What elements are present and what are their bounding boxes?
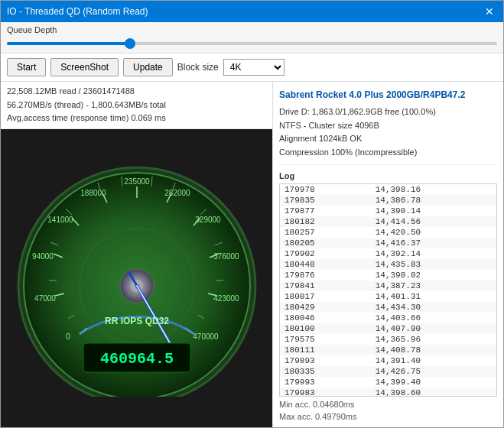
log-row: 17984114,387.23 xyxy=(280,280,496,291)
block-size-label: Block size xyxy=(177,62,219,73)
log-value: 14,365.96 xyxy=(371,334,496,345)
log-id: 179978 xyxy=(280,184,371,195)
drive-detail: Drive D: 1,863.0/1,862.9GB free (100.0%) xyxy=(279,105,497,119)
log-value: 14,390.02 xyxy=(371,270,496,280)
queue-depth-label: Queue Depth xyxy=(7,25,497,34)
log-id: 179841 xyxy=(280,280,371,291)
log-row: 18044814,435.83 xyxy=(280,259,496,270)
log-value: 14,414.56 xyxy=(371,216,496,227)
right-panel: Sabrent Rocket 4.0 Plus 2000GB/R4PB47.2 … xyxy=(272,82,503,427)
log-id: 180111 xyxy=(280,345,371,355)
log-value: 14,407.90 xyxy=(371,323,496,334)
svg-text:235000: 235000 xyxy=(124,177,150,186)
log-value: 14,398.16 xyxy=(371,184,496,195)
gauge-svg: 0 47000 94000 141000 188000 235000 xyxy=(11,160,263,397)
drive-title: Sabrent Rocket 4.0 Plus 2000GB/R4PB47.2 xyxy=(279,88,497,102)
log-row: 17989314,391.40 xyxy=(280,355,496,366)
log-value: 14,398.60 xyxy=(371,387,496,397)
max-acc: Max acc. 0.49790ms xyxy=(279,412,497,421)
log-id: 179893 xyxy=(280,355,371,366)
slider-thumb[interactable] xyxy=(125,38,135,49)
block-size-select[interactable]: 4K 512B 1K 2K 8K 16K 32K 64K 128K 256K 5… xyxy=(223,59,285,76)
log-row: 18011114,408.78 xyxy=(280,345,496,355)
speed-stat: 56.270MB/s (thread) - 1,800.643MB/s tota… xyxy=(7,99,266,112)
svg-text:188000: 188000 xyxy=(80,189,106,197)
main-area: 22,508.12MB read / 23601471488 56.270MB/… xyxy=(1,82,503,427)
read-mb-stat: 22,508.12MB read / 23601471488 xyxy=(7,85,266,99)
log-row: 18042914,434.30 xyxy=(280,302,496,313)
log-row: 18004614,403.66 xyxy=(280,313,496,323)
update-button[interactable]: Update xyxy=(123,58,173,76)
window-title: IO - Threaded QD (Random Read) xyxy=(7,6,148,17)
gauge-area: 0 47000 94000 141000 188000 235000 xyxy=(1,129,272,427)
left-panel: 22,508.12MB read / 23601471488 56.270MB/… xyxy=(1,82,272,427)
fs-detail: NTFS - Cluster size 4096B xyxy=(279,119,497,133)
svg-text:376000: 376000 xyxy=(213,252,239,261)
log-table: 17997814,398.1617983514,386.7817987714,3… xyxy=(280,184,496,397)
log-id: 180046 xyxy=(280,313,371,323)
log-label: Log xyxy=(279,171,497,180)
log-row: 18033514,426.75 xyxy=(280,366,496,377)
log-value: 14,416.37 xyxy=(371,238,496,248)
drive-info: Sabrent Rocket 4.0 Plus 2000GB/R4PB47.2 … xyxy=(279,88,497,165)
log-row: 18018214,414.56 xyxy=(280,216,496,227)
screenshot-button[interactable]: ScreenShot xyxy=(50,58,119,76)
log-value: 14,408.78 xyxy=(371,345,496,355)
avg-access-stat: Avg.access time (response time) 0.069 ms xyxy=(7,112,266,125)
log-row: 17998314,398.60 xyxy=(280,387,496,397)
log-id: 180448 xyxy=(280,259,371,270)
log-value: 14,391.40 xyxy=(371,355,496,366)
log-row: 17997814,398.16 xyxy=(280,184,496,195)
log-id: 179876 xyxy=(280,270,371,280)
log-id: 179835 xyxy=(280,195,371,206)
min-acc: Min acc. 0.04680ms xyxy=(279,400,497,409)
log-value: 14,420.50 xyxy=(371,227,496,238)
log-id: 180205 xyxy=(280,238,371,248)
log-row: 18010014,407.90 xyxy=(280,323,496,334)
log-row: 17999314,399.40 xyxy=(280,377,496,387)
log-row: 17987714,390.14 xyxy=(280,206,496,216)
svg-text:RR IOPS QD32: RR IOPS QD32 xyxy=(104,316,168,326)
log-value: 14,386.78 xyxy=(371,195,496,206)
slider-fill xyxy=(7,42,129,45)
log-id: 179575 xyxy=(280,334,371,345)
log-id: 179877 xyxy=(280,206,371,216)
log-value: 14,434.30 xyxy=(371,302,496,313)
log-value: 14,435.83 xyxy=(371,259,496,270)
title-bar: IO - Threaded QD (Random Read) ✕ xyxy=(1,1,503,22)
log-value: 14,390.14 xyxy=(371,206,496,216)
svg-text:282000: 282000 xyxy=(164,189,190,197)
log-row: 17990214,392.14 xyxy=(280,248,496,259)
log-row: 17987614,390.02 xyxy=(280,270,496,280)
stats-area: 22,508.12MB read / 23601471488 56.270MB/… xyxy=(1,82,272,129)
queue-depth-slider-container[interactable] xyxy=(7,36,497,51)
log-value: 14,426.75 xyxy=(371,366,496,377)
start-button[interactable]: Start xyxy=(7,58,46,76)
log-row: 18020514,416.37 xyxy=(280,238,496,248)
log-id: 179993 xyxy=(280,377,371,387)
svg-text:423000: 423000 xyxy=(213,294,239,303)
compression-detail: Compression 100% (Incompressible) xyxy=(279,146,497,160)
log-id: 180257 xyxy=(280,227,371,238)
alignment-detail: Alignment 1024kB OK xyxy=(279,132,497,146)
log-id: 180429 xyxy=(280,302,371,313)
log-value: 14,399.40 xyxy=(371,377,496,387)
log-row: 18025714,420.50 xyxy=(280,227,496,238)
log-id: 180100 xyxy=(280,323,371,334)
log-row: 17983514,386.78 xyxy=(280,195,496,206)
gauge-reading: 460964.5 xyxy=(99,350,173,368)
close-button[interactable]: ✕ xyxy=(482,5,497,18)
svg-text:470000: 470000 xyxy=(193,332,219,341)
log-id: 180182 xyxy=(280,216,371,227)
main-window: IO - Threaded QD (Random Read) ✕ Queue D… xyxy=(0,0,504,428)
log-id: 180017 xyxy=(280,291,371,302)
log-row: 18001714,401.31 xyxy=(280,291,496,302)
log-id: 180335 xyxy=(280,366,371,377)
log-container[interactable]: 17997814,398.1617983514,386.7817987714,3… xyxy=(279,183,497,397)
log-value: 14,403.66 xyxy=(371,313,496,323)
log-value: 14,392.14 xyxy=(371,248,496,259)
svg-text:0: 0 xyxy=(66,332,70,341)
log-id: 179983 xyxy=(280,387,371,397)
window-content: Queue Depth Start ScreenShot Update Bloc… xyxy=(1,22,503,427)
svg-text:47000: 47000 xyxy=(34,294,56,303)
